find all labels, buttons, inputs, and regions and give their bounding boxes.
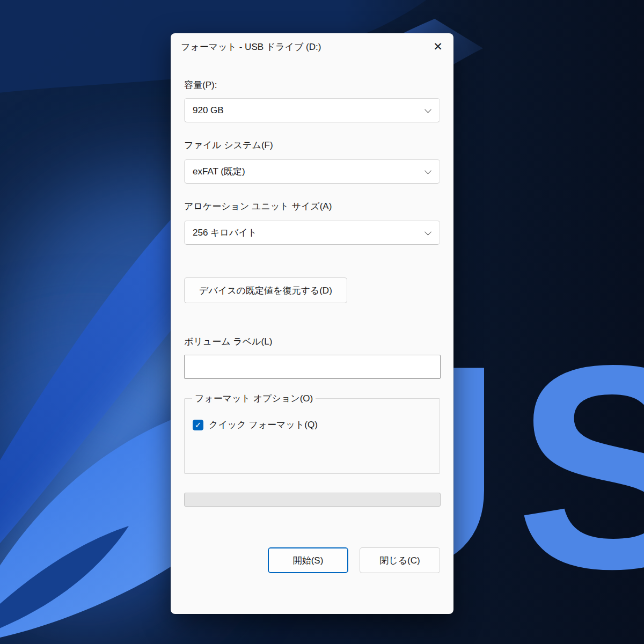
capacity-value: 920 GB — [193, 105, 224, 116]
dialog-title: フォーマット - USB ドライブ (D:) — [181, 41, 426, 53]
allocation-unit-select[interactable]: 256 キロバイト — [184, 221, 440, 245]
file-system-label: ファイル システム(F) — [184, 139, 440, 151]
allocation-unit-label: アロケーション ユニット サイズ(A) — [184, 200, 440, 212]
file-system-value: exFAT (既定) — [193, 165, 245, 178]
close-icon: ✕ — [433, 40, 443, 53]
volume-label-label: ボリューム ラベル(L) — [184, 335, 440, 347]
dialog-button-row: 開始(S) 閉じる(C) — [184, 547, 440, 573]
close-dialog-button[interactable]: 閉じる(C) — [360, 547, 440, 573]
chevron-down-icon — [425, 229, 431, 236]
quick-format-checkbox[interactable] — [193, 420, 203, 430]
file-system-select[interactable]: exFAT (既定) — [184, 159, 440, 184]
quick-format-label[interactable]: クイック フォーマット(Q) — [209, 419, 318, 431]
allocation-unit-value: 256 キロバイト — [193, 226, 257, 239]
close-button[interactable]: ✕ — [426, 35, 450, 58]
format-options-label: フォーマット オプション(O) — [192, 392, 316, 405]
chevron-down-icon — [425, 106, 431, 113]
capacity-select[interactable]: 920 GB — [184, 98, 440, 122]
restore-defaults-button[interactable]: デバイスの既定値を復元する(D) — [184, 277, 347, 303]
volume-label-input[interactable] — [184, 355, 441, 379]
start-button[interactable]: 開始(S) — [268, 547, 348, 573]
chevron-down-icon — [425, 167, 431, 174]
capacity-label: 容量(P): — [184, 79, 440, 91]
quick-format-row: クイック フォーマット(Q) — [193, 419, 431, 431]
format-options-group: フォーマット オプション(O) クイック フォーマット(Q) — [184, 392, 440, 474]
format-dialog: フォーマット - USB ドライブ (D:) ✕ 容量(P): 920 GB フ… — [171, 33, 453, 614]
dialog-titlebar[interactable]: フォーマット - USB ドライブ (D:) ✕ — [171, 33, 453, 60]
dialog-content: 容量(P): 920 GB ファイル システム(F) exFAT (既定) アロ… — [171, 79, 453, 573]
format-progress-bar — [184, 493, 441, 507]
